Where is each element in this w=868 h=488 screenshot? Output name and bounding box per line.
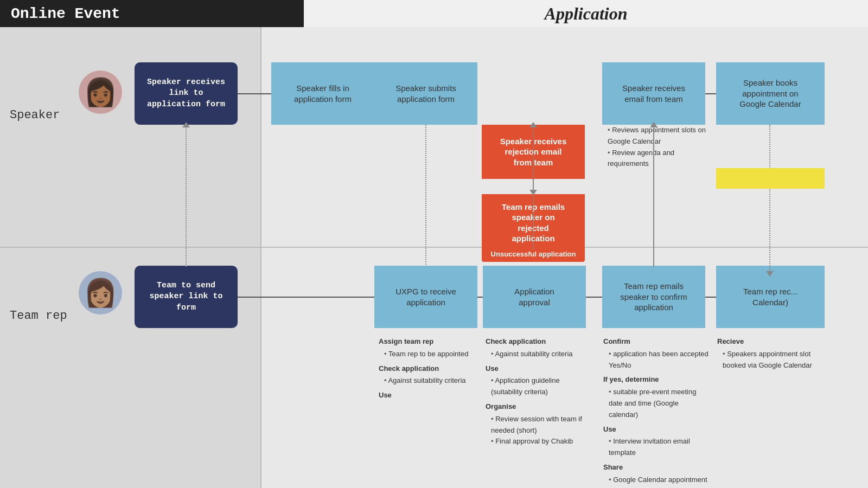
application-title: Application	[545, 4, 628, 24]
box-team-confirm: Team rep emails speaker to confirm appli…	[602, 266, 705, 328]
box-yellow	[716, 168, 825, 189]
box-speaker-fills: Speaker fills in application form	[271, 62, 374, 125]
connector-dark-boxes-v	[186, 125, 187, 267]
speaker-label: Speaker	[10, 108, 60, 122]
box-speaker-receives-email: Speaker receives email from team	[602, 62, 705, 125]
arrow-down-books	[766, 271, 774, 277]
teamrep-label: Team rep	[10, 309, 67, 323]
box-speaker-submits: Speaker submits application form	[374, 62, 477, 125]
arrow-up-dark	[182, 122, 190, 127]
approval-notes: Check application Against suitability cr…	[486, 336, 589, 447]
speaker-avatar: 👩🏾	[79, 70, 122, 114]
header-left: Online Event	[0, 0, 304, 27]
horiz-divider	[0, 247, 868, 248]
connector-rejection-path	[533, 125, 534, 249]
box-approval: Application approval	[483, 266, 586, 328]
connector-books-down	[769, 125, 770, 277]
confirm-notes: Confirm application has been accepted Ye…	[603, 336, 709, 488]
calendar-notes: Recieve Speakers appointment slot booked…	[717, 336, 826, 371]
uxpg-notes: Assign team rep Team rep to be appointed…	[379, 336, 479, 402]
box-speaker-receives-link: Speaker receives link to application for…	[135, 62, 238, 125]
teamrep-avatar: 👩🏽	[79, 271, 122, 314]
connector-teamlink-uxpg	[238, 297, 374, 298]
box-team-send-link: Team to send speaker link to form	[135, 266, 238, 328]
vertical-divider	[260, 27, 261, 488]
speaker-email-notes: Reviews appointment slots on Google Cale…	[602, 125, 711, 170]
arrow-up-confirm	[650, 122, 658, 127]
connector-confirm-up	[653, 125, 654, 267]
header-right: Application	[304, 0, 868, 27]
online-event-title: Online Event	[11, 5, 120, 22]
box-speaker-books: Speaker books appointment on Google Cale…	[716, 62, 825, 125]
connector-submits-down	[425, 125, 426, 275]
box-uxpg: UXPG to receive application	[374, 266, 477, 328]
